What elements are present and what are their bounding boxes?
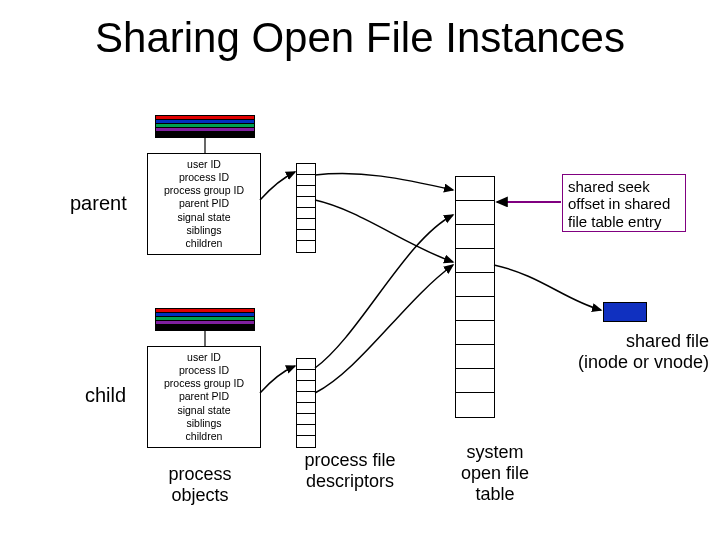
proc-field: parent PID <box>154 197 254 210</box>
parent-fd-table <box>296 163 316 253</box>
child-fd-table <box>296 358 316 448</box>
proc-field: signal state <box>154 404 254 417</box>
soft-caption: systemopen filetable <box>430 442 560 505</box>
proc-field: user ID <box>154 158 254 171</box>
open-file-table <box>455 176 495 418</box>
child-label: child <box>85 384 126 407</box>
parent-process-box: user ID process ID process group ID pare… <box>147 153 261 255</box>
proc-field: process group ID <box>154 377 254 390</box>
proc-field: parent PID <box>154 390 254 403</box>
proc-field: process group ID <box>154 184 254 197</box>
pfd-caption: process filedescriptors <box>285 450 415 492</box>
proc-field: signal state <box>154 211 254 224</box>
proc-field: process ID <box>154 364 254 377</box>
seek-note: shared seekoffset in sharedfile table en… <box>568 178 670 230</box>
parent-stack-icon <box>155 115 255 137</box>
proc-field: siblings <box>154 417 254 430</box>
parent-label: parent <box>70 192 127 215</box>
child-process-box: user ID process ID process group ID pare… <box>147 346 261 448</box>
shared-file-note: shared file(inode or vnode) <box>554 331 709 372</box>
page-title: Sharing Open File Instances <box>0 14 720 62</box>
proc-field: children <box>154 430 254 443</box>
proc-field: siblings <box>154 224 254 237</box>
proc-field: children <box>154 237 254 250</box>
child-stack-icon <box>155 308 255 330</box>
proc-field: user ID <box>154 351 254 364</box>
inode-icon <box>603 302 647 322</box>
proc-field: process ID <box>154 171 254 184</box>
process-objects-caption: processobjects <box>140 464 260 506</box>
